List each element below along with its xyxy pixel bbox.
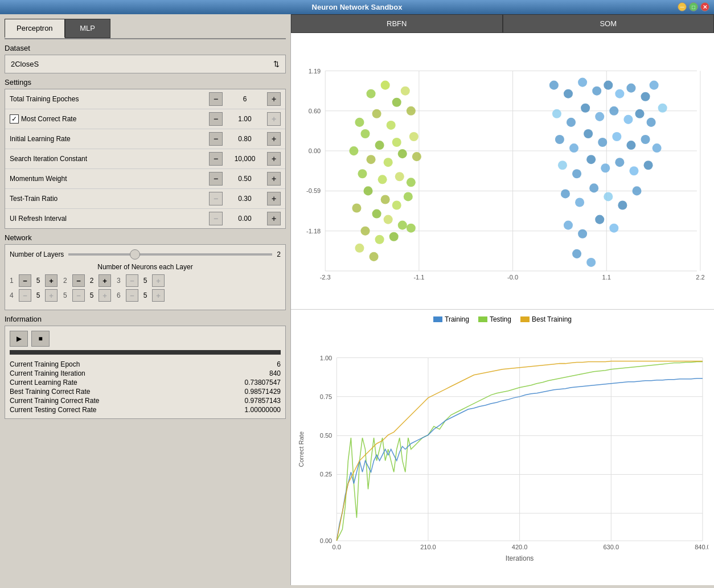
svg-point-98 <box>609 224 618 233</box>
svg-point-64 <box>650 81 659 90</box>
momentum-plus-button[interactable]: + <box>267 172 281 186</box>
svg-point-82 <box>558 161 567 170</box>
svg-point-66 <box>567 118 576 127</box>
line-panel: Training Testing Best Training <box>291 310 714 586</box>
setting-label-correct-rate: ✓ Most Correct Rate <box>10 114 209 124</box>
svg-point-68 <box>595 112 604 121</box>
stat-label-current-training: Current Training Correct Rate <box>10 397 243 405</box>
stop-button[interactable]: ■ <box>31 331 50 347</box>
neuron-1-2-minus[interactable]: − <box>72 274 85 287</box>
setting-controls-ui-refresh: − 0.00 + <box>209 212 281 225</box>
svg-point-56 <box>549 81 559 90</box>
svg-point-65 <box>552 109 561 118</box>
test-train-minus-button[interactable]: − <box>209 192 223 205</box>
svg-point-34 <box>367 155 376 164</box>
stat-label-current-testing: Current Testing Correct Rate <box>10 406 243 414</box>
legend-testing-label: Testing <box>490 315 511 323</box>
minimize-button[interactable]: ─ <box>678 2 687 11</box>
svg-point-24 <box>372 109 381 118</box>
tab-mlp[interactable]: MLP <box>65 19 110 38</box>
search-iteration-plus-button[interactable]: + <box>267 152 281 166</box>
row-num-2: 2 <box>63 277 70 285</box>
neuron-1-2-plus[interactable]: + <box>99 274 111 287</box>
neuron-2-1-minus[interactable]: − <box>19 289 31 302</box>
ui-refresh-minus-button[interactable]: − <box>209 212 223 225</box>
title-bar: Neuron Network Sandbox ─ □ ✕ <box>0 0 714 14</box>
stat-value-iteration: 840 <box>245 369 281 377</box>
progress-bar-container <box>10 350 281 355</box>
neuron-1-3-plus[interactable]: + <box>152 274 165 287</box>
ui-refresh-value: 0.00 <box>225 215 265 223</box>
svg-point-92 <box>604 192 613 201</box>
neuron-1-1-plus[interactable]: + <box>45 274 58 287</box>
correct-rate-value: 1.00 <box>225 115 265 123</box>
neuron-2-2-plus[interactable]: + <box>99 289 111 302</box>
setting-label-epoches: Total Training Epoches <box>10 95 209 103</box>
svg-point-28 <box>407 106 416 116</box>
setting-controls-momentum: − 0.50 + <box>209 172 281 186</box>
neuron-2-1-plus[interactable]: + <box>45 289 58 302</box>
svg-point-89 <box>561 189 570 198</box>
layers-slider-row: Number of Layers 2 <box>10 250 281 258</box>
row-num-3: 3 <box>117 277 124 285</box>
right-top-tabs: RBFN SOM <box>291 14 714 33</box>
svg-point-54 <box>355 244 364 253</box>
svg-text:0.00: 0.00 <box>320 537 332 544</box>
learning-rate-minus-button[interactable]: − <box>209 132 223 146</box>
setting-label-search-iteration: Search Iteration Constant <box>10 155 209 163</box>
legend-training-color <box>433 316 442 322</box>
layers-slider-thumb[interactable] <box>130 249 140 260</box>
stat-value-learning-rate: 0.73807547 <box>245 379 281 386</box>
setting-controls-search-iteration: − 10,000 + <box>209 152 281 166</box>
dropdown-arrow-icon: ⇅ <box>273 60 280 68</box>
svg-point-93 <box>618 200 627 209</box>
neuron-group-1-3: − 5 + <box>126 274 165 287</box>
search-iteration-minus-button[interactable]: − <box>209 152 223 166</box>
test-train-plus-button[interactable]: + <box>267 192 281 205</box>
momentum-minus-button[interactable]: − <box>209 172 223 186</box>
svg-point-60 <box>604 81 613 90</box>
correct-rate-minus-button[interactable]: − <box>209 112 223 126</box>
layers-slider[interactable] <box>68 253 272 256</box>
maximize-button[interactable]: □ <box>689 2 698 11</box>
epoches-plus-button[interactable]: + <box>267 92 281 106</box>
tab-rbfn[interactable]: RBFN <box>291 14 503 33</box>
svg-point-88 <box>644 161 653 170</box>
tab-som[interactable]: SOM <box>503 14 715 33</box>
learning-rate-plus-button[interactable]: + <box>267 132 281 146</box>
scatter-panel: 1.19 0.60 0.00 -0.59 -1.18 -2.3 -1.1 -0.… <box>291 33 714 310</box>
epoches-minus-button[interactable]: − <box>209 92 223 106</box>
svg-point-74 <box>555 135 564 144</box>
stat-value-current-testing: 1.00000000 <box>245 406 281 414</box>
legend-testing: Testing <box>478 315 511 323</box>
neuron-2-2-minus[interactable]: − <box>72 289 85 302</box>
svg-point-79 <box>626 141 635 150</box>
legend-best-training-color <box>520 316 530 322</box>
ui-refresh-plus-button[interactable]: + <box>267 212 281 225</box>
neuron-2-3-minus[interactable]: − <box>126 289 138 302</box>
svg-point-35 <box>384 158 393 167</box>
svg-text:0.75: 0.75 <box>320 393 332 400</box>
svg-point-32 <box>409 132 418 141</box>
svg-point-48 <box>384 215 393 224</box>
dataset-dropdown[interactable]: 2CloseS ⇅ <box>5 55 286 73</box>
right-panel: RBFN SOM 1.19 0. <box>290 14 714 585</box>
neuron-2-3-plus[interactable]: + <box>152 289 165 302</box>
svg-point-72 <box>647 118 656 127</box>
close-button[interactable]: ✕ <box>700 2 709 11</box>
correct-rate-plus-button[interactable]: + <box>267 112 281 126</box>
svg-point-94 <box>632 186 641 195</box>
neuron-1-3-minus[interactable]: − <box>126 274 138 287</box>
neuron-group-2-2: − 5 + <box>72 289 111 302</box>
most-correct-rate-checkbox[interactable]: ✓ <box>10 114 19 124</box>
svg-point-52 <box>389 232 399 241</box>
play-button[interactable]: ▶ <box>10 331 28 347</box>
learning-rate-value: 0.80 <box>225 135 265 143</box>
svg-point-90 <box>575 198 584 207</box>
setting-label-ui-refresh: UI Refresh Interval <box>10 215 209 223</box>
setting-label-learning-rate: Initial Learning Rate <box>10 135 209 143</box>
settings-box: Total Training Epoches − 6 + ✓ Most Corr… <box>5 89 286 229</box>
neuron-1-1-minus[interactable]: − <box>19 274 31 287</box>
tab-perceptron[interactable]: Perceptron <box>5 19 65 38</box>
setting-row-ui-refresh: UI Refresh Interval − 0.00 + <box>5 209 285 228</box>
